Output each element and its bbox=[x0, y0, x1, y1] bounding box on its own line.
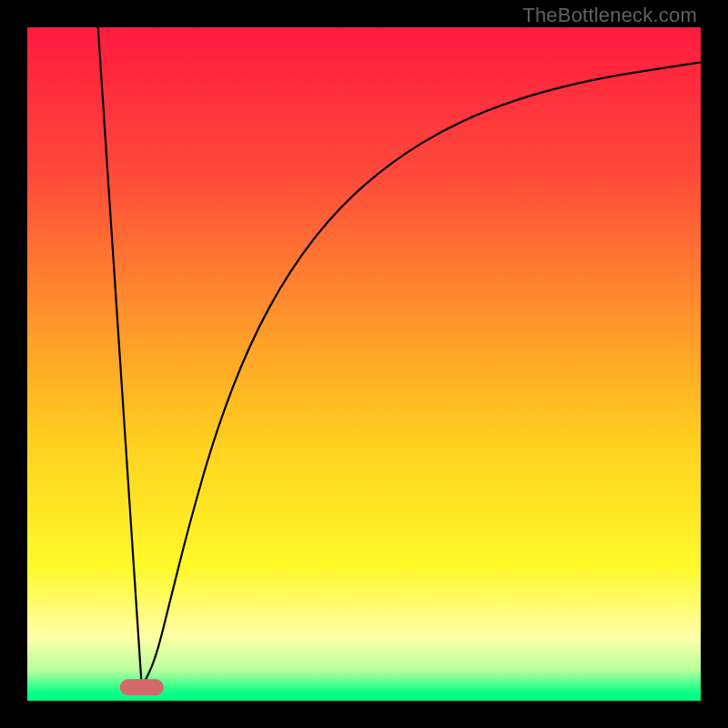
watermark-text: TheBottleneck.com bbox=[522, 4, 697, 27]
chart-svg bbox=[27, 27, 701, 701]
optimum-marker bbox=[120, 679, 164, 695]
chart-frame: TheBottleneck.com bbox=[0, 0, 728, 728]
gradient-background bbox=[27, 27, 701, 701]
plot-area bbox=[27, 27, 701, 701]
